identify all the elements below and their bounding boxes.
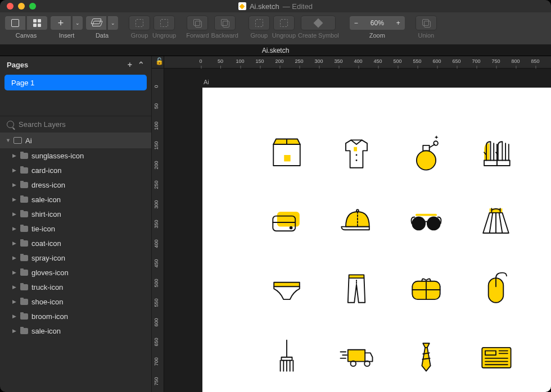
icon-giftcard[interactable] <box>404 267 449 312</box>
icon-truck[interactable] <box>334 335 379 380</box>
expand-icon[interactable]: ▶ <box>12 153 17 158</box>
ruler-tick: 250 <box>153 180 159 189</box>
layer-item[interactable]: ▶gloves-icon <box>0 265 151 280</box>
layer-item[interactable]: ▶sale-icon <box>0 323 151 338</box>
expand-icon[interactable]: ▶ <box>12 226 17 231</box>
ruler-tick: 500 <box>393 58 401 64</box>
maximize-window-button[interactable] <box>29 3 36 10</box>
lock-icon[interactable]: 🔓 <box>155 57 164 65</box>
zoom-in-button[interactable]: + <box>396 19 400 27</box>
icon-perfume[interactable]: ✦ <box>404 133 449 177</box>
expand-icon[interactable]: ▶ <box>12 240 17 246</box>
expand-icon[interactable]: ▶ <box>12 211 17 217</box>
svg-text:✦: ✦ <box>434 134 439 140</box>
expand-icon[interactable]: ▼ <box>6 138 10 143</box>
icon-skirt[interactable] <box>473 200 518 245</box>
expand-icon[interactable]: ▶ <box>12 313 17 319</box>
canvas-area[interactable]: 🔓 05010015020025030035040045050055060065… <box>152 56 551 392</box>
expand-icon[interactable]: ▶ <box>12 328 17 334</box>
layer-item[interactable]: ▶card-icon <box>0 163 151 177</box>
canvas-mode-grid-button[interactable] <box>26 16 48 30</box>
folder-icon <box>20 328 28 334</box>
ungroup-label: Ungroup <box>152 32 176 39</box>
icon-gloves[interactable] <box>473 133 518 177</box>
layer-item[interactable]: ▶dress-icon <box>0 177 151 192</box>
layer-item[interactable]: ▶shoe-icon <box>0 294 151 309</box>
backward-button[interactable] <box>214 16 236 30</box>
create-symbol-button[interactable] <box>301 16 336 30</box>
expand-icon[interactable]: ▶ <box>12 270 17 275</box>
ruler-tick: 400 <box>153 239 159 248</box>
insert-dropdown-button[interactable]: ⌄ <box>72 16 83 30</box>
insert-button[interactable]: + <box>50 16 71 30</box>
expand-icon[interactable]: ▶ <box>12 182 17 188</box>
expand-icon[interactable]: ▶ <box>12 197 17 202</box>
forward-button[interactable] <box>187 16 208 30</box>
ruler-tick: 600 <box>153 318 159 326</box>
icon-cards[interactable] <box>264 200 309 245</box>
layer-item[interactable]: ▶sunglasses-icon <box>0 148 151 163</box>
search-layers[interactable]: Search Layers <box>0 116 151 133</box>
icon-cap[interactable] <box>334 200 379 245</box>
artboard-label[interactable]: Ai <box>204 79 209 85</box>
canvas-mode-artboard-button[interactable] <box>4 16 26 30</box>
icon-mouse[interactable] <box>473 267 518 312</box>
icon-box[interactable] <box>264 133 309 177</box>
layer-item[interactable]: ▶shirt-icon <box>0 207 151 221</box>
ruler-tick: 200 <box>153 161 159 169</box>
zoom-out-button[interactable]: − <box>354 19 358 27</box>
expand-icon[interactable]: ▶ <box>12 284 17 290</box>
ruler-tick: 50 <box>153 103 159 109</box>
add-page-button[interactable]: + <box>128 60 132 69</box>
zoom-control[interactable]: − 60% + <box>349 16 405 30</box>
insert-label: Insert <box>59 32 75 39</box>
layer-item[interactable]: ▶tie-icon <box>0 221 151 236</box>
artboard-layer-ai[interactable]: ▼ Ai <box>0 133 151 148</box>
layer-item[interactable]: ▶truck-icon <box>0 280 151 294</box>
ruler-tick: 550 <box>153 298 159 307</box>
ruler-tick: 450 <box>153 259 159 267</box>
expand-icon[interactable]: ▶ <box>12 255 17 261</box>
icon-newspaper[interactable] <box>473 335 518 380</box>
data-dropdown-button[interactable]: ⌄ <box>107 16 119 30</box>
icon-tie[interactable] <box>404 335 449 380</box>
ungroup-button[interactable] <box>153 16 175 30</box>
icon-shirt[interactable] <box>334 133 379 177</box>
layer-item[interactable]: ▶sale-icon <box>0 192 151 207</box>
chevron-down-icon: ⌄ <box>75 20 80 26</box>
folder-icon <box>20 211 28 217</box>
folder-icon <box>20 270 28 276</box>
layer-item[interactable]: ▶coat-icon <box>0 236 151 250</box>
icon-pants[interactable] <box>334 267 379 312</box>
minimize-window-button[interactable] <box>18 3 25 10</box>
artboard-layer-label: Ai <box>25 136 32 145</box>
expand-icon[interactable]: ▶ <box>12 299 17 304</box>
close-window-button[interactable] <box>7 3 13 10</box>
collapse-pages-button[interactable]: ⌃ <box>138 60 144 69</box>
ruler-tick: 200 <box>275 58 283 64</box>
svg-point-3 <box>356 154 358 156</box>
ungroup2-button[interactable] <box>273 16 295 30</box>
union-button[interactable] <box>415 16 437 30</box>
folder-icon <box>20 240 28 247</box>
group-button[interactable] <box>129 16 150 30</box>
ruler-tick: 350 <box>334 58 342 64</box>
ruler-tick: 0 <box>153 85 159 88</box>
group-icon <box>136 19 143 27</box>
document-tab-label: Ai.sketch <box>262 47 290 54</box>
icon-sunglasses[interactable] <box>404 200 449 245</box>
data-button[interactable] <box>85 16 107 30</box>
icon-underwear[interactable] <box>264 267 309 312</box>
ruler-tick: 350 <box>153 220 159 228</box>
layer-item[interactable]: ▶spray-icon <box>0 250 151 265</box>
artboard-ai[interactable]: ✦ <box>202 88 551 392</box>
document-tab[interactable]: Ai.sketch <box>0 45 551 56</box>
icon-broom[interactable] <box>264 335 309 380</box>
page-item-page-1[interactable]: Page 1 <box>4 75 147 90</box>
window-title: Ai.sketch <box>250 2 279 11</box>
group2-button[interactable] <box>249 16 270 30</box>
svg-point-16 <box>356 209 359 212</box>
layer-item[interactable]: ▶broom-icon <box>0 309 151 323</box>
search-placeholder: Search Layers <box>19 120 66 129</box>
expand-icon[interactable]: ▶ <box>12 167 17 173</box>
